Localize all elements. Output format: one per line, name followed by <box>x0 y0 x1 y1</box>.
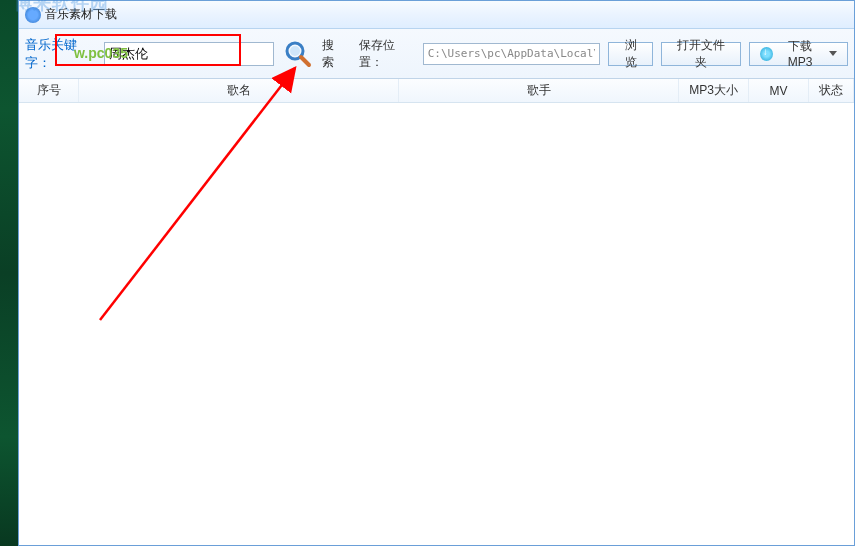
browse-button-label: 浏览 <box>619 37 642 71</box>
chevron-down-icon <box>829 51 837 56</box>
search-label: 搜索 <box>322 37 345 71</box>
download-icon <box>760 47 773 61</box>
window-title: 音乐素材下载 <box>45 6 117 23</box>
results-table-body <box>19 103 854 545</box>
keyword-label: 音乐关键字： <box>25 36 100 72</box>
open-folder-button[interactable]: 打开文件夹 <box>661 42 740 66</box>
search-icon <box>283 39 313 69</box>
download-button-label: 下载MP3 <box>777 38 823 69</box>
column-header-name[interactable]: 歌名 <box>79 79 399 102</box>
search-button[interactable] <box>282 37 315 71</box>
desktop-background-strip <box>0 0 18 546</box>
table-header-row: 序号 歌名 歌手 MP3大小 MV 状态 <box>19 79 854 103</box>
toolbar: 音乐关键字： 搜索 保存位置： 浏览 打开文件夹 下载MP3 <box>19 29 854 79</box>
title-bar[interactable]: 音乐素材下载 博来软件园 <box>19 1 854 29</box>
browse-button[interactable]: 浏览 <box>608 42 653 66</box>
download-mp3-button[interactable]: 下载MP3 <box>749 42 848 66</box>
column-header-seq[interactable]: 序号 <box>19 79 79 102</box>
open-folder-button-label: 打开文件夹 <box>672 37 729 71</box>
column-header-status[interactable]: 状态 <box>809 79 854 102</box>
column-header-mv[interactable]: MV <box>749 79 809 102</box>
column-header-artist[interactable]: 歌手 <box>399 79 679 102</box>
save-location-label: 保存位置： <box>359 37 416 71</box>
app-window: 音乐素材下载 博来软件园 w.pc035 音乐关键字： 搜索 保存位置： 浏览 … <box>18 0 855 546</box>
app-logo-icon <box>25 7 41 23</box>
keyword-input[interactable] <box>104 42 274 66</box>
save-path-input[interactable] <box>423 43 601 65</box>
column-header-size[interactable]: MP3大小 <box>679 79 749 102</box>
svg-point-1 <box>290 46 300 56</box>
